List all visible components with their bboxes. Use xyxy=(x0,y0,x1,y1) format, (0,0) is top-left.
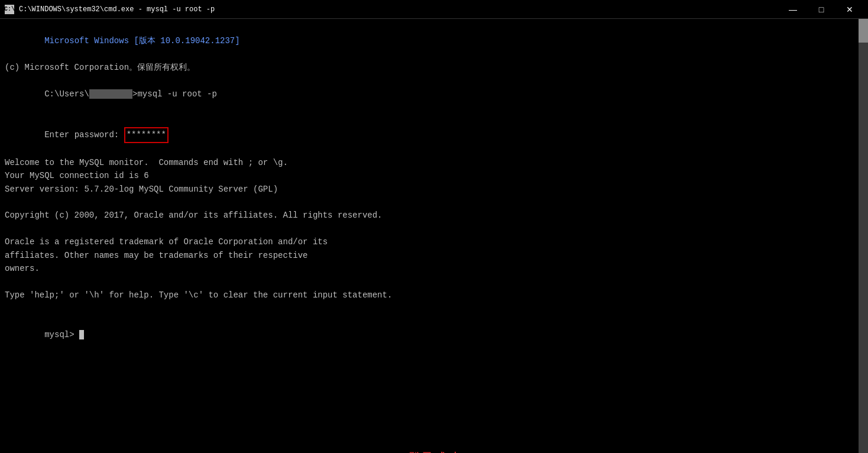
console-line-12: affiliates. Other names may be trademark… xyxy=(5,249,851,262)
minimize-button[interactable]: — xyxy=(779,0,807,19)
title-bar: C:\ C:\WINDOWS\system32\cmd.exe - mysql … xyxy=(0,0,868,19)
console-line-10 xyxy=(5,222,851,235)
success-message: 登录成功 xyxy=(5,449,863,453)
console-line-15: Type 'help;' or '\h' for help. Type '\c'… xyxy=(5,289,851,302)
scrollbar-track[interactable] xyxy=(859,19,868,453)
console-line-13: owners. xyxy=(5,262,851,275)
console-line-6: Your MySQL connection id is 6 xyxy=(5,169,851,182)
console-line-16 xyxy=(5,302,851,315)
console-line-14 xyxy=(5,275,851,288)
console-line-5: Welcome to the MySQL monitor. Commands e… xyxy=(5,156,851,169)
window-controls: — □ ✕ xyxy=(779,0,863,19)
maximize-button[interactable]: □ xyxy=(808,0,835,19)
close-button[interactable]: ✕ xyxy=(836,0,863,19)
title-bar-text: C:\WINDOWS\system32\cmd.exe - mysql -u r… xyxy=(19,5,779,14)
console-line-4: Enter password: ******** xyxy=(5,114,851,156)
console-line-3: C:\Users\ >mysql -u root -p xyxy=(5,75,851,114)
console-area[interactable]: Microsoft Windows [版本 10.0.19042.1237] (… xyxy=(0,19,868,453)
console-content: Microsoft Windows [版本 10.0.19042.1237] (… xyxy=(5,21,863,414)
cursor xyxy=(79,330,84,339)
scrollbar-thumb[interactable] xyxy=(859,19,868,43)
console-line-7: Server version: 5.7.20-log MySQL Communi… xyxy=(5,183,851,196)
console-line-2: (c) Microsoft Corporation。保留所有权利。 xyxy=(5,61,851,74)
cmd-icon: C:\ xyxy=(5,5,14,14)
password-field: ******** xyxy=(124,127,169,143)
console-prompt-line: mysql> xyxy=(5,315,851,355)
cmd-window: C:\ C:\WINDOWS\system32\cmd.exe - mysql … xyxy=(0,0,868,453)
console-line-8 xyxy=(5,196,851,209)
console-line-1: Microsoft Windows [版本 10.0.19042.1237] xyxy=(5,21,851,61)
console-line-9: Copyright (c) 2000, 2017, Oracle and/or … xyxy=(5,209,851,222)
console-line-11: Oracle is a registered trademark of Orac… xyxy=(5,235,851,248)
console-empty-space xyxy=(5,355,851,414)
